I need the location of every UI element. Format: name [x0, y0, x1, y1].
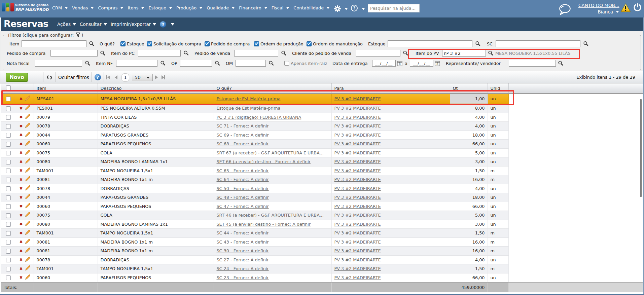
row-checkbox[interactable] — [1, 148, 16, 157]
row-checkbox[interactable] — [1, 166, 16, 175]
row-checkbox[interactable] — [1, 247, 16, 256]
pagination-next-button[interactable] — [155, 71, 158, 83]
vertical-scrollbar[interactable] — [640, 99, 642, 197]
filter-item-pv-input[interactable] — [442, 50, 486, 57]
delete-row-icon[interactable]: ✖ — [19, 178, 23, 182]
filter-om-input[interactable] — [236, 60, 266, 67]
filter-data-entrega-to-calendar-icon[interactable]: 8 — [435, 60, 440, 67]
filter-nota-fiscal-search-icon[interactable] — [85, 60, 91, 67]
nav-menu-itens[interactable]: Itens — [128, 5, 144, 10]
oque-link[interactable]: SC 23 - Fornec: A definir — [217, 275, 269, 280]
filter-pedido-venda-input[interactable] — [234, 50, 278, 57]
table-row[interactable]: ✖ 00060 PARAFUSOS PEQUENOS SC 47 - Forne… — [1, 202, 643, 211]
page-menu-consultar[interactable]: Consultar — [80, 22, 111, 27]
filter-oque-estoque[interactable]: Estoque — [120, 40, 144, 47]
hide-filters-button[interactable]: Ocultar filtros — [58, 71, 89, 83]
edit-row-icon[interactable] — [25, 194, 30, 200]
row-checkbox[interactable] — [1, 122, 16, 131]
para-link[interactable]: PV 3 #2 MADEIRARTE — [334, 222, 381, 227]
edit-row-icon[interactable] — [25, 212, 30, 218]
filter-op-search-icon[interactable] — [215, 60, 220, 67]
para-link[interactable]: PV 3 #2 MADEIRARTE — [334, 123, 381, 128]
new-button[interactable]: Novo — [6, 73, 28, 82]
edit-row-icon[interactable] — [25, 176, 30, 183]
delete-row-icon[interactable]: ✖ — [19, 124, 23, 128]
table-row[interactable]: ✖ 00081 MADEIRA BOGNO 1x1 m SC 64 - Forn… — [1, 175, 643, 184]
delete-row-icon[interactable]: ✖ — [19, 169, 23, 173]
edit-row-icon[interactable] — [25, 221, 30, 227]
delete-row-icon[interactable]: ✖ — [19, 151, 23, 155]
warning-icon[interactable] — [620, 3, 631, 14]
column-header-descricao[interactable]: Descrição — [98, 83, 214, 94]
para-link[interactable]: PV 3 #2 MADEIRARTE — [334, 230, 381, 235]
nav-menu-compras[interactable]: Compras — [98, 5, 123, 10]
delete-row-icon[interactable]: ✖ — [19, 275, 23, 280]
filter-cliente-pv-search-icon[interactable] — [403, 50, 408, 57]
table-row[interactable]: ✖ 00078 DOBRADIÇAS SC 50 - Fornec: A def… — [1, 184, 643, 193]
edit-row-icon[interactable] — [25, 114, 30, 120]
edit-row-icon[interactable] — [25, 248, 30, 254]
user-menu[interactable]: Bianca — [585, 9, 619, 14]
oque-link[interactable]: SC 48 - Fornec: A definir — [217, 195, 269, 200]
table-row[interactable]: ✖ TAM001 TAMPO NOGUEIRA 1,5x1 SC 65 - Fo… — [1, 166, 643, 175]
nav-menu-crm[interactable]: CRM — [52, 5, 68, 10]
column-header-para[interactable]: Para — [331, 83, 450, 94]
toolbar-help-icon[interactable]: ? — [95, 74, 101, 80]
edit-row-icon[interactable] — [25, 123, 30, 129]
row-checkbox[interactable] — [1, 237, 16, 247]
column-header-unid[interactable]: Unid — [488, 83, 508, 94]
table-row[interactable]: ✖ 00081 MADEIRA BOGNO 1x1 m SC 30 - Forn… — [1, 247, 643, 256]
filter-oque-ordem-de-manuten-o[interactable]: Ordem de manutenção — [307, 40, 363, 47]
filter-item-nf-search-icon[interactable] — [160, 60, 166, 67]
para-link[interactable]: PV 3 #2 MADEIRARTE — [334, 96, 381, 101]
oque-link[interactable]: SC 47 - Fornec: A definir — [217, 204, 269, 209]
filter-item-nf-input[interactable] — [116, 60, 157, 67]
settings-dropdown-arrow-icon[interactable] — [345, 8, 348, 10]
nav-menu-qualidade[interactable]: Qualidade — [207, 5, 235, 10]
para-link[interactable]: PV 3 #2 MADEIRARTE — [334, 177, 381, 182]
edit-row-icon[interactable] — [25, 185, 30, 192]
table-row[interactable]: ✖ 00081 MADEIRA BOGNO 1x1 m SC 43 - Forn… — [1, 237, 643, 247]
pagination-current-page[interactable]: 1 — [121, 73, 129, 82]
table-row[interactable]: ✖ TAM001 TAMPO NOGUEIRA 1,5x1 SC 24 - Fo… — [1, 264, 643, 273]
row-checkbox[interactable] — [1, 175, 16, 184]
delete-row-icon[interactable]: ✖ — [19, 222, 23, 226]
para-link[interactable]: PV 3 #2 MADEIRARTE — [334, 213, 381, 218]
filter-op-input[interactable] — [180, 60, 212, 67]
delete-row-icon[interactable]: ✖ — [19, 142, 23, 146]
para-link[interactable]: PV 3 #2 MADEIRARTE — [334, 275, 381, 280]
table-row[interactable]: ✖ 00080 MADEIRA BOGNO LAMINAS 1x1 SET 45… — [1, 220, 643, 229]
filter-oque-solicita-o-de-compra[interactable]: Solicitação de compra — [147, 40, 201, 47]
row-checkbox[interactable] — [1, 211, 16, 220]
oque-link[interactable]: SC 43 - Fornec: A definir — [217, 239, 269, 245]
settings-gear-icon[interactable] — [334, 5, 341, 12]
oque-link[interactable]: PC 3 #1 (digitação) FLORESTA URBANA — [217, 115, 301, 120]
table-row[interactable]: ✖ 00060 PARAFUSOS PEQUENOS SC 68 - Forne… — [1, 140, 643, 149]
edit-row-icon[interactable] — [25, 274, 30, 281]
company-account-link[interactable]: CANTO DO MOB... — [578, 3, 619, 8]
filter-item-search-icon[interactable] — [89, 40, 95, 47]
oque-link[interactable]: SC 68 - Fornec: A definir — [217, 141, 269, 146]
help-dropdown-arrow-icon[interactable] — [362, 8, 365, 10]
oque-link[interactable]: SC 71 - Fornec: A definir — [217, 123, 269, 128]
para-link[interactable]: PV 3 #2 MADEIRARTE — [334, 204, 381, 209]
delete-row-icon[interactable]: ✖ — [19, 267, 23, 271]
column-header-qt[interactable]: Qt — [450, 83, 488, 94]
table-row[interactable]: ✖ 00075 COLA SRT 46 (a receber) - G&F AR… — [1, 211, 643, 220]
filter-item-input[interactable] — [22, 40, 86, 47]
filter-data-entrega-from-input[interactable] — [372, 60, 396, 67]
delete-row-icon[interactable]: ✖ — [19, 106, 23, 110]
para-link[interactable]: PV 3 #2 MADEIRARTE — [334, 150, 381, 155]
oque-link[interactable]: SET 45 (a enviar) destino - Fornec: A de… — [217, 222, 311, 227]
edit-row-icon[interactable] — [25, 141, 30, 147]
oque-link[interactable]: SC 64 - Fornec: A definir — [217, 177, 269, 182]
para-link[interactable]: PV 3 #2 MADEIRARTE — [334, 133, 381, 138]
page-size-select[interactable]: 50 — [132, 74, 153, 81]
edit-row-icon[interactable] — [25, 265, 30, 272]
oque-link[interactable]: Estoque de Est Matéria-prima — [217, 96, 281, 101]
erp-maxiprod-logo[interactable]: Sistema de gestão ERP MAXIPROD — [2, 3, 49, 14]
delete-row-icon[interactable]: ✖ — [19, 195, 23, 199]
delete-row-icon[interactable]: ✖ — [19, 204, 23, 208]
filter-item-pv-search-icon[interactable] — [488, 50, 494, 57]
table-row[interactable]: ✖ PES001 PÉS NOGUEIRA ALTURA 0,55M Estoq… — [1, 104, 643, 113]
